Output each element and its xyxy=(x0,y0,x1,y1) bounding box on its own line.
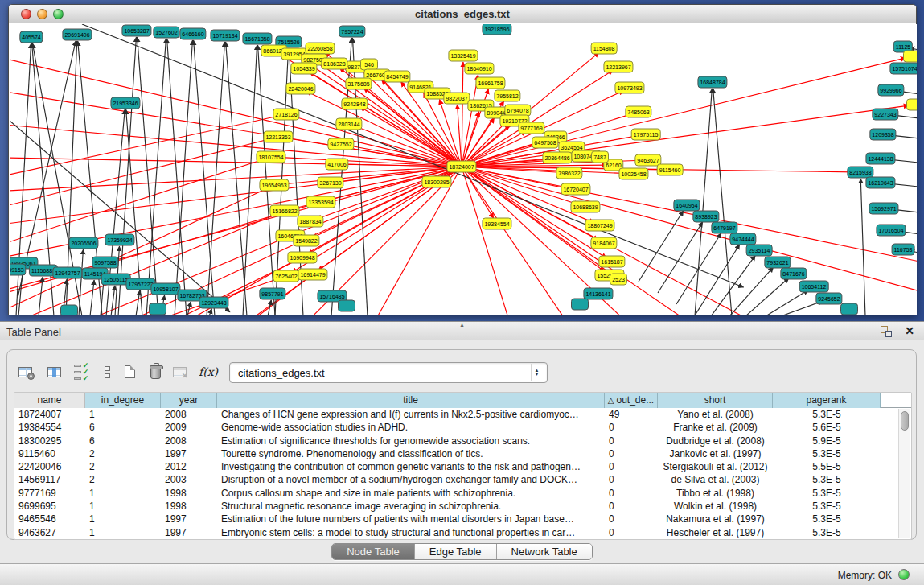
tab-node-table[interactable]: Node Table xyxy=(332,544,415,559)
graph-node[interactable]: 8471676 xyxy=(780,268,807,280)
graph-node[interactable]: 20206506 xyxy=(68,237,98,249)
column-header-name[interactable]: name xyxy=(14,393,85,408)
graph-node-selected[interactable]: 7955812 xyxy=(494,90,520,102)
graph-node[interactable] xyxy=(338,300,355,312)
network-graph-canvas[interactable]: 4055742069140610653287152760264661601071… xyxy=(10,24,917,315)
graph-node-selected[interactable]: 15166822 xyxy=(269,205,299,217)
table-row[interactable]: 977716911998Corpus callosum shape and si… xyxy=(14,487,911,500)
graph-node-selected[interactable]: 2803144 xyxy=(335,118,362,130)
graph-node[interactable] xyxy=(149,303,166,315)
graph-node[interactable]: 2935114 xyxy=(746,245,773,257)
table-row[interactable]: 946362711997Embryonic stem cells: a mode… xyxy=(14,526,911,539)
graph-node[interactable]: 10654112 xyxy=(799,281,829,293)
function-builder-button[interactable]: f(x) xyxy=(197,360,220,383)
graph-node-selected[interactable]: 9822037 xyxy=(443,93,470,105)
graph-node-selected[interactable]: 9184067 xyxy=(590,237,617,249)
graph-node-selected[interactable]: 12213363 xyxy=(263,131,293,143)
table-settings-button[interactable] xyxy=(14,360,36,383)
graph-node-selected[interactable]: 18807249 xyxy=(585,220,614,232)
graph-node-selected[interactable]: 16961758 xyxy=(475,77,505,89)
graph-node-selected[interactable]: 7485063 xyxy=(625,106,651,118)
table-row[interactable]: 1872400712008Changes of HCN gene express… xyxy=(14,408,911,421)
graph-node[interactable]: 405574 xyxy=(19,31,43,43)
graph-node[interactable]: 1527602 xyxy=(153,27,179,39)
graph-node[interactable]: 20691406 xyxy=(62,29,92,41)
table-row[interactable]: 1938455462009Genome-wide association stu… xyxy=(14,421,911,434)
graph-node-selected[interactable]: 1154808 xyxy=(591,43,618,55)
graph-node-selected[interactable]: 1054339 xyxy=(290,63,317,75)
graph-node[interactable]: 10719134 xyxy=(210,30,240,42)
tab-edge-table[interactable]: Edge Table xyxy=(415,544,497,559)
graph-node-selected[interactable]: 6497568 xyxy=(532,137,558,149)
graph-node[interactable]: 1209358 xyxy=(869,129,896,141)
graph-node[interactable]: 9227343 xyxy=(872,109,898,121)
graph-node-selected[interactable]: 13353594 xyxy=(306,196,335,208)
graph-node[interactable]: 9857791 xyxy=(259,288,285,300)
graph-node[interactable]: 14136141 xyxy=(583,288,613,300)
column-header-title[interactable]: title xyxy=(217,393,605,408)
graph-node-selected[interactable]: 10688639 xyxy=(570,201,600,213)
graph-node[interactable]: 19218596 xyxy=(482,24,511,35)
graph-node[interactable]: 15692971 xyxy=(869,203,898,215)
column-visibility-button[interactable] xyxy=(43,360,65,383)
vertical-scrollbar[interactable] xyxy=(898,409,910,538)
graph-node[interactable]: 6466160 xyxy=(179,28,206,40)
graph-node-selected[interactable]: 18300295 xyxy=(421,176,451,188)
tab-network-table[interactable]: Network Table xyxy=(497,544,592,559)
graph-node-selected[interactable]: 16914479 xyxy=(298,269,327,281)
graph-node[interactable] xyxy=(840,303,858,315)
graph-node-selected[interactable]: 19384554 xyxy=(482,218,511,230)
graph-node[interactable]: 9929966 xyxy=(877,84,904,97)
graph-node-selected[interactable]: 22420046 xyxy=(285,83,315,95)
graph-node[interactable]: 9097588 xyxy=(92,257,118,269)
graph-node-selected[interactable]: 8454749 xyxy=(384,71,410,83)
graph-node[interactable]: 10958107 xyxy=(150,283,180,295)
table-row[interactable]: 1830029562008Estimation of significance … xyxy=(14,435,911,447)
graph-node-selected[interactable]: 7986322 xyxy=(556,167,582,179)
graph-node-selected[interactable]: 1549822 xyxy=(293,235,319,247)
graph-node-selected[interactable]: 18724007 xyxy=(446,161,476,173)
select-all-rows-button[interactable]: ✓ ✓ ✓ xyxy=(70,360,92,383)
graph-node-selected[interactable]: 16720407 xyxy=(561,183,590,196)
graph-node[interactable]: 16671358 xyxy=(242,33,272,45)
graph-node[interactable]: 9474444 xyxy=(729,233,756,245)
graph-node-selected[interactable]: 8186328 xyxy=(321,58,347,70)
graph-node[interactable]: 10653287 xyxy=(121,25,151,37)
graph-node-selected[interactable]: 12213967 xyxy=(603,61,633,73)
table-select-dropdown[interactable]: citations_edges.txt ▲▼ xyxy=(229,362,548,383)
graph-node-selected[interactable]: 3267130 xyxy=(317,177,343,189)
graph-node-selected[interactable]: 1615187 xyxy=(598,256,625,268)
graph-node-selected[interactable]: 1887834 xyxy=(297,216,323,228)
network-window-titlebar[interactable]: citations_edges.txt xyxy=(9,5,916,23)
graph-node-selected[interactable]: 17975115 xyxy=(631,129,661,141)
graph-node-selected[interactable] xyxy=(903,51,917,63)
graph-node-selected[interactable]: 13325419 xyxy=(448,50,478,62)
graph-node[interactable]: 9245652 xyxy=(815,293,842,305)
table-row[interactable]: 911546021997Tourette syndrome. Phenomeno… xyxy=(14,447,911,460)
graph-node-selected[interactable]: 7487 xyxy=(591,151,609,163)
graph-node[interactable]: 6479197 xyxy=(711,222,737,234)
column-header-in_degree[interactable]: in_degree xyxy=(85,393,161,408)
graph-node-selected[interactable]: 10025458 xyxy=(618,168,648,180)
scrollbar-thumb[interactable] xyxy=(901,411,909,431)
graph-node[interactable]: 16210643 xyxy=(865,177,895,189)
graph-node-selected[interactable]: 9115460 xyxy=(657,164,684,176)
graph-node[interactable]: 7957224 xyxy=(339,26,365,38)
table-row[interactable]: 2242004622012Investigating the contribut… xyxy=(14,460,911,473)
row-selection-button[interactable] xyxy=(96,360,118,383)
graph-node[interactable]: 17016504 xyxy=(876,225,906,237)
graph-node[interactable]: 1640954 xyxy=(673,200,700,212)
float-panel-icon[interactable] xyxy=(881,326,892,337)
graph-node-selected[interactable]: 3175685 xyxy=(345,78,372,90)
graph-node[interactable]: 12444138 xyxy=(865,153,895,165)
graph-node-selected[interactable]: 9242848 xyxy=(341,98,368,110)
graph-node[interactable]: 39153 xyxy=(10,264,27,276)
graph-node[interactable] xyxy=(571,299,589,311)
table-row[interactable]: 1456911722003Disruption of a novel membe… xyxy=(14,473,911,486)
table-row[interactable]: 946554611997Estimation of the future num… xyxy=(14,513,911,525)
table-row[interactable]: 969969511998Structural magnetic resonanc… xyxy=(14,500,911,513)
graph-node-selected[interactable]: 16909948 xyxy=(287,252,317,264)
graph-node-selected[interactable]: 22260858 xyxy=(305,43,335,55)
graph-node-selected[interactable]: 18107554 xyxy=(256,151,285,163)
graph-node[interactable] xyxy=(60,305,78,316)
